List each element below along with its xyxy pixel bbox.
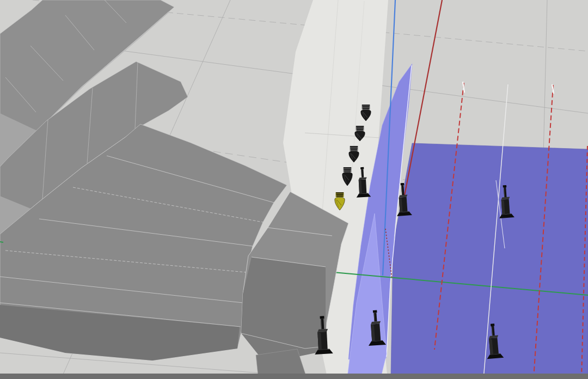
y-axis-line-sliver (0, 242, 3, 242)
bottom-window-edge (0, 374, 588, 379)
axis-overlay (0, 242, 3, 242)
viewport-canvas[interactable] (0, 0, 588, 379)
viewport-window (0, 0, 588, 379)
chrome (0, 374, 588, 379)
center-seating-block-front (241, 257, 326, 363)
planes (283, 0, 588, 377)
